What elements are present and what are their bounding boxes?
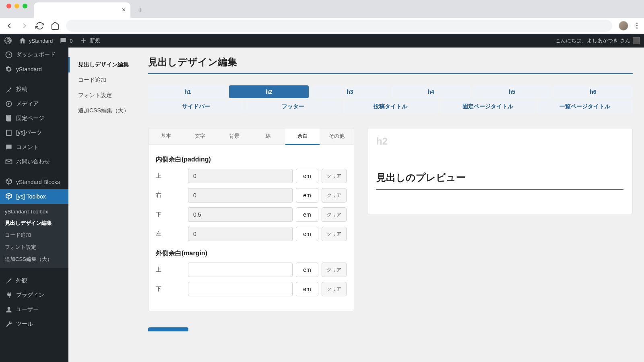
padding-top-row: 上 em クリア [156, 169, 347, 183]
padding-bottom-input[interactable] [188, 207, 293, 222]
url-bar[interactable] [66, 20, 612, 32]
browser-menu-button[interactable] [635, 21, 639, 30]
margin-bottom-row: 下 em クリア [156, 282, 347, 296]
unit-selector[interactable]: em [296, 207, 318, 222]
new-content-link[interactable]: 新規 [79, 37, 100, 45]
unit-selector[interactable]: em [296, 169, 318, 183]
row-label: 下 [156, 285, 185, 293]
sidebar-item-dashboard[interactable]: ダッシュボード [0, 48, 68, 62]
inner-menu-item[interactable]: フォント設定 [68, 88, 145, 103]
sidebar-item-label: [ys] Toolbox [16, 193, 46, 200]
sidebar-item-label: コメント [16, 144, 39, 151]
wp-logo[interactable] [4, 37, 12, 45]
heading-tab-h4[interactable]: h4 [391, 85, 471, 98]
inner-menu-item[interactable]: 見出しデザイン編集 [68, 57, 145, 72]
sidebar-item-ystandard[interactable]: yStandard [0, 62, 68, 77]
clear-button[interactable]: クリア [322, 282, 347, 296]
close-tab-icon[interactable]: × [122, 6, 126, 14]
inner-menu-item[interactable]: コード追加 [68, 72, 145, 88]
sidebar-item-tools[interactable]: ツール [0, 317, 68, 331]
active-tab[interactable]: × [34, 2, 130, 18]
heading-tab-h6[interactable]: h6 [553, 85, 633, 98]
reload-button[interactable] [35, 21, 44, 30]
sidebar-item-posts[interactable]: 投稿 [0, 82, 68, 97]
tab-other[interactable]: その他 [320, 128, 354, 145]
heading-tab-footer[interactable]: フッター [246, 100, 341, 114]
margin-top-input[interactable] [188, 263, 293, 277]
sidebar-item-ystoolbox[interactable]: [ys] Toolbox [0, 189, 68, 204]
padding-left-input[interactable] [188, 227, 293, 241]
clear-button[interactable]: クリア [322, 263, 347, 277]
preview-tag-label: h2 [376, 136, 623, 147]
heading-tab-h1[interactable]: h1 [148, 85, 227, 98]
heading-tab-h2[interactable]: h2 [229, 85, 308, 98]
comment-icon [59, 37, 67, 45]
close-window-button[interactable] [6, 4, 11, 8]
sidebar-item-contact[interactable]: お問い合わせ [0, 155, 68, 169]
site-name-link[interactable]: yStandard [19, 37, 53, 45]
unit-selector[interactable]: em [296, 188, 318, 203]
clear-button[interactable]: クリア [322, 188, 347, 203]
submenu-item[interactable]: コード追加 [0, 229, 68, 241]
back-button[interactable] [5, 21, 14, 30]
new-tab-button[interactable]: + [134, 4, 146, 16]
comments-link[interactable]: 0 [59, 37, 72, 45]
sidebar-item-label: ダッシュボード [16, 51, 56, 58]
site-name-label: yStandard [29, 38, 53, 44]
forward-button[interactable] [20, 21, 29, 30]
unit-selector[interactable]: em [296, 227, 318, 241]
profile-avatar[interactable] [619, 21, 628, 31]
tab-spacing[interactable]: 余白 [285, 128, 320, 145]
row-label: 左 [156, 230, 185, 238]
padding-top-input[interactable] [188, 169, 293, 183]
tab-border[interactable]: 線 [251, 128, 285, 145]
submenu-item[interactable]: 見出しデザイン編集 [0, 217, 68, 229]
save-button[interactable] [148, 327, 188, 331]
submenu-item[interactable]: 追加CSS編集（大） [0, 253, 68, 265]
minimize-window-button[interactable] [14, 4, 19, 8]
heading-tab-h5[interactable]: h5 [472, 85, 551, 98]
unit-selector[interactable]: em [296, 263, 318, 277]
submenu-item[interactable]: フォント設定 [0, 241, 68, 253]
plus-icon [79, 37, 87, 45]
sidebar-item-media[interactable]: メディア [0, 97, 68, 111]
unit-selector[interactable]: em [296, 282, 318, 296]
heading-tab-h3[interactable]: h3 [310, 85, 390, 98]
browser-tab-strip: × + [0, 0, 644, 18]
tab-background[interactable]: 背景 [217, 128, 251, 145]
home-button[interactable] [51, 21, 60, 30]
account-link[interactable]: こんにちは、よしあかつき さん [555, 37, 640, 44]
heading-tab-sidebar[interactable]: サイドバー [148, 100, 244, 114]
new-label: 新規 [90, 37, 100, 44]
padding-right-input[interactable] [188, 188, 293, 203]
page-icon [5, 129, 13, 137]
heading-tab-page-title[interactable]: 固定ページタイトル [440, 100, 536, 114]
wordpress-icon [4, 37, 12, 45]
page-icon [5, 114, 13, 122]
brush-icon [5, 277, 13, 285]
sidebar-item-label: ユーザー [16, 306, 39, 313]
clear-button[interactable]: クリア [322, 207, 347, 222]
margin-bottom-input[interactable] [188, 282, 293, 296]
clear-button[interactable]: クリア [322, 227, 347, 241]
sidebar-item-users[interactable]: ユーザー [0, 302, 68, 317]
sidebar-item-label: [ys]パーツ [16, 129, 42, 137]
wrench-icon [5, 320, 13, 328]
inner-menu-item[interactable]: 追加CSS編集（大） [68, 103, 145, 118]
heading-tab-archive-title[interactable]: 一覧ページタイトル [537, 100, 633, 114]
browser-toolbar [0, 18, 644, 34]
clear-button[interactable]: クリア [322, 169, 347, 183]
submenu-item[interactable]: yStandard Toolbox [0, 206, 68, 217]
sidebar-item-comments[interactable]: コメント [0, 140, 68, 155]
greeting-text: こんにちは、よしあかつき さん [555, 37, 630, 44]
sidebar-item-pages[interactable]: 固定ページ [0, 111, 68, 126]
sidebar-item-ysblocks[interactable]: yStandard Blocks [0, 175, 68, 189]
heading-tab-post-title[interactable]: 投稿タイトル [343, 100, 438, 114]
maximize-window-button[interactable] [23, 4, 27, 8]
sidebar-item-plugins[interactable]: プラグイン [0, 288, 68, 302]
wp-admin-bar: yStandard 0 新規 こんにちは、よしあかつき さん [0, 34, 644, 48]
tab-basic[interactable]: 基本 [149, 128, 183, 145]
sidebar-item-appearance[interactable]: 外観 [0, 273, 68, 288]
tab-text[interactable]: 文字 [183, 128, 217, 145]
sidebar-item-ysparts[interactable]: [ys]パーツ [0, 126, 68, 140]
